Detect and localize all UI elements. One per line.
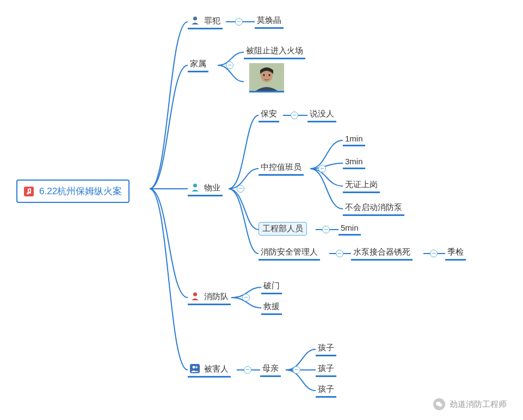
watermark-text: 劲道消防工程师 <box>450 399 507 410</box>
branch-firedept[interactable]: 消防队 <box>188 290 231 305</box>
node-child[interactable]: 孩子 <box>316 362 336 377</box>
svg-point-12 <box>439 404 442 407</box>
node-criminal-child[interactable]: 莫焕晶 <box>255 14 284 29</box>
branch-criminal[interactable]: 罪犯 <box>188 14 223 29</box>
music-icon <box>24 187 34 196</box>
node-controller[interactable]: 中控值班员 <box>259 161 304 176</box>
collapse-toggle[interactable]: − <box>244 366 251 374</box>
collapse-toggle[interactable]: − <box>237 185 244 193</box>
node-family-text[interactable]: 被阻止进入火场 <box>244 45 305 59</box>
collapse-toggle[interactable]: − <box>242 294 250 301</box>
collapse-toggle[interactable]: − <box>318 165 326 172</box>
collapse-toggle[interactable]: − <box>291 112 298 119</box>
persons-icon <box>190 363 200 373</box>
branch-family[interactable]: 家属 <box>188 58 208 72</box>
svg-point-10 <box>195 366 198 368</box>
person-icon <box>190 15 200 25</box>
svg-point-6 <box>193 183 197 187</box>
person-icon <box>190 182 200 192</box>
node-firedept-item[interactable]: 救援 <box>261 300 282 315</box>
node-engineer-selected[interactable]: 工程部人员 <box>259 222 307 236</box>
node-controller-item[interactable]: 3min <box>343 156 365 169</box>
node-child[interactable]: 孩子 <box>316 342 336 356</box>
node-controller-item[interactable]: 不会启动消防泵 <box>343 201 404 216</box>
collapse-toggle[interactable]: − <box>235 18 243 26</box>
svg-point-7 <box>193 292 197 296</box>
node-controller-item[interactable]: 1min <box>343 133 365 146</box>
collapse-toggle[interactable]: − <box>293 366 300 374</box>
collapse-toggle[interactable]: − <box>336 250 343 257</box>
collapse-toggle[interactable]: − <box>430 250 438 257</box>
node-safetymgr-child[interactable]: 水泵接合器锈死 <box>351 246 413 261</box>
root-label: 6.22杭州保姆纵火案 <box>39 185 122 197</box>
svg-point-4 <box>263 74 265 76</box>
node-security-child[interactable]: 说没人 <box>307 108 336 122</box>
svg-point-5 <box>269 74 270 76</box>
node-family-photo <box>249 63 284 92</box>
watermark: 劲道消防工程师 <box>433 398 507 410</box>
wechat-icon <box>433 398 445 410</box>
node-security[interactable]: 保安 <box>259 108 279 122</box>
node-child[interactable]: 孩子 <box>316 383 336 398</box>
person-icon <box>190 291 200 301</box>
node-safetymgr[interactable]: 消防安全管理人 <box>259 246 320 261</box>
branch-property[interactable]: 物业 <box>188 181 223 196</box>
svg-point-1 <box>193 16 197 20</box>
branch-victims[interactable]: 被害人 <box>188 362 231 378</box>
node-firedept-item[interactable]: 破门 <box>261 280 282 294</box>
node-controller-item[interactable]: 无证上岗 <box>343 178 380 193</box>
node-engineer-child[interactable]: 5min <box>339 222 361 236</box>
root-node[interactable]: 6.22杭州保姆纵火案 <box>16 180 130 203</box>
node-safetymgr-grand[interactable]: 季检 <box>445 246 466 261</box>
collapse-toggle[interactable]: − <box>226 61 233 69</box>
collapse-toggle[interactable]: − <box>322 226 330 233</box>
svg-point-9 <box>193 366 195 368</box>
node-mother[interactable]: 母亲 <box>260 362 281 377</box>
